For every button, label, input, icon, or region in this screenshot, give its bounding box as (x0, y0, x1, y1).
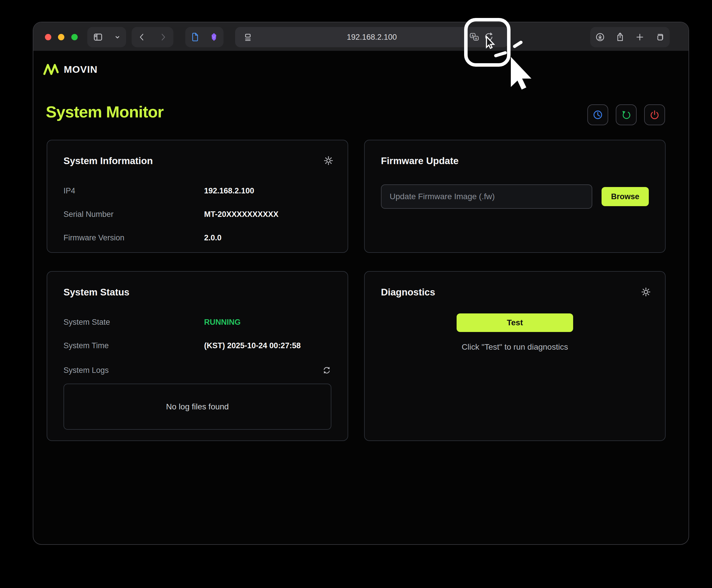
sidebar-group (87, 27, 126, 47)
system-information-card: System Information IP4 192.168.2.100 Ser… (47, 140, 348, 253)
time-button[interactable] (587, 104, 608, 125)
brand-logo: MOVIN (43, 63, 98, 76)
system-state-value: RUNNING (204, 318, 240, 327)
info-rows: IP4 192.168.2.100 Serial Number MT-20XXX… (63, 179, 331, 250)
firmware-upload-row: Browse (381, 184, 649, 209)
power-button[interactable] (644, 104, 665, 125)
firmware-update-card: Firmware Update Browse (364, 140, 666, 253)
restart-icon (621, 109, 632, 120)
gear-icon[interactable] (323, 155, 334, 166)
row-label: Serial Number (63, 210, 204, 219)
page-title: System Monitor (46, 102, 164, 121)
share-icon[interactable] (615, 32, 625, 42)
table-row: Serial Number MT-20XXXXXXXXXX (63, 203, 331, 226)
table-row: IP4 192.168.2.100 (63, 179, 331, 203)
row-label: System State (63, 318, 204, 327)
purple-extension-icon[interactable] (209, 32, 219, 42)
chevron-down-icon[interactable] (114, 34, 121, 41)
table-row: System State RUNNING (63, 311, 331, 334)
nav-group (132, 27, 173, 47)
sidebar-icon[interactable] (92, 31, 104, 43)
row-value: 192.168.2.100 (204, 186, 254, 195)
row-value: MT-20XXXXXXXXXX (204, 210, 278, 219)
browser-toolbar: 192.168.2.100 A a (33, 22, 689, 51)
logs-label: System Logs (63, 366, 109, 375)
extensions-group (185, 27, 224, 47)
new-tab-icon[interactable] (634, 32, 645, 42)
small-cursor-icon (486, 37, 494, 48)
table-row: System Time (KST) 2025-10-24 00:27:58 (63, 334, 331, 357)
diagnostics-hint: Click "Test" to run diagnostics (381, 342, 649, 352)
logs-empty-text: No log files found (166, 402, 229, 412)
tab-overview-icon[interactable] (655, 32, 665, 42)
system-status-card: System Status System State RUNNING Syste… (47, 271, 348, 441)
system-time-value: (KST) 2025-10-24 00:27:58 (204, 341, 301, 350)
card-title: System Information (63, 155, 331, 166)
zoom-window-button[interactable] (71, 34, 78, 40)
row-label: IP4 (63, 186, 204, 195)
large-cursor-icon (511, 57, 531, 90)
log-list-empty-state: No log files found (63, 384, 331, 430)
document-extension-icon[interactable] (190, 32, 200, 42)
card-title: Firmware Update (381, 155, 649, 166)
back-icon[interactable] (137, 32, 147, 42)
minimize-window-button[interactable] (58, 34, 64, 40)
close-window-button[interactable] (45, 34, 51, 40)
refresh-logs-icon[interactable] (322, 365, 331, 375)
gear-icon[interactable] (641, 287, 651, 297)
movin-logo-mark (43, 63, 59, 76)
firmware-file-input[interactable] (381, 184, 592, 209)
card-title: System Status (63, 287, 331, 298)
clock-icon (592, 109, 603, 120)
click-spark-line (515, 42, 521, 46)
status-rows: System State RUNNING System Time (KST) 2… (63, 311, 331, 357)
brand-name: MOVIN (64, 64, 98, 75)
safari-window: 192.168.2.100 A a (33, 22, 689, 544)
browse-button[interactable]: Browse (602, 187, 649, 206)
click-annotation-overlay (461, 15, 557, 102)
test-button[interactable]: Test (457, 313, 573, 332)
forward-icon[interactable] (158, 32, 168, 42)
power-icon (649, 109, 660, 120)
card-title: Diagnostics (381, 287, 649, 298)
header-actions (587, 104, 665, 125)
diagnostics-card: Diagnostics Test Click "Test" to run dia… (364, 271, 666, 441)
restart-button[interactable] (616, 104, 636, 125)
table-row: Firmware Version 2.0.0 (63, 226, 331, 250)
click-spark-line (496, 53, 505, 56)
downloads-icon[interactable] (595, 32, 605, 42)
row-label: Firmware Version (63, 233, 204, 243)
system-logs-header: System Logs (63, 361, 331, 380)
toolbar-right-group (590, 27, 670, 47)
screenshot-stage: 192.168.2.100 A a (0, 0, 712, 588)
row-label: System Time (63, 341, 204, 350)
row-value: 2.0.0 (204, 233, 222, 243)
